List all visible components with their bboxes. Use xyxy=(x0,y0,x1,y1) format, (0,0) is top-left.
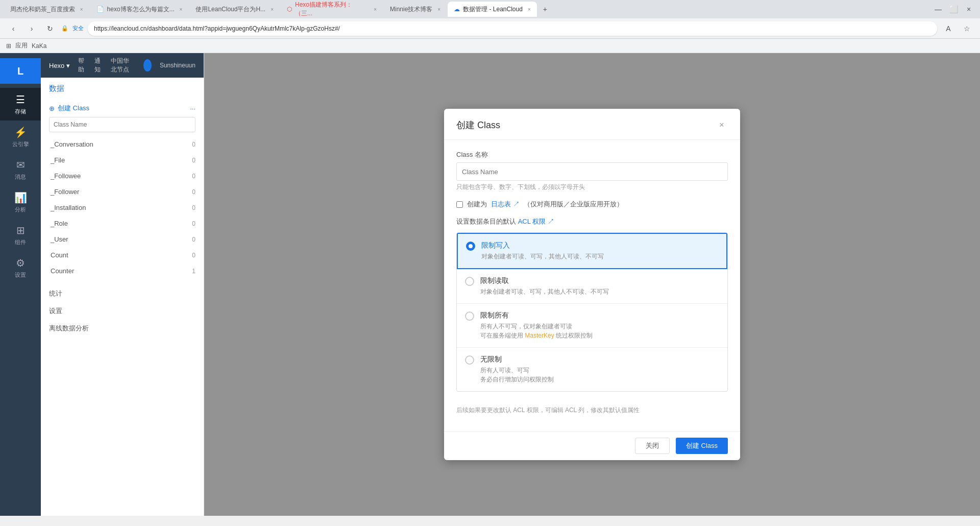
forward-button[interactable]: › xyxy=(24,21,39,36)
acl-option-content-2: 限制读取 对象创建者可读、可写，其他人不可读、不可写 xyxy=(480,276,719,296)
class-item-_user[interactable]: _User0 xyxy=(41,231,204,247)
acl-link[interactable]: ACL 权限 ↗ xyxy=(518,218,554,225)
modal-overlay: 创建 Class × Class 名称 只能包含字母、数字、下划线，必须以字母开… xyxy=(204,53,980,516)
sidebar-item-analytics[interactable]: 📊 分析 xyxy=(0,186,41,219)
settings-label: 设置 xyxy=(15,271,26,279)
translate-button[interactable]: A xyxy=(941,21,955,36)
class-name-hint: 只能包含字母、数字、下划线，必须以字母开头 xyxy=(456,183,728,192)
acl-radio-restrict-all xyxy=(465,312,474,321)
tab-4-close[interactable]: × xyxy=(374,7,377,12)
acl-radio-unrestricted xyxy=(465,355,474,365)
acl-option-restrict-all[interactable]: 限制所有 所有人不可写，仅对象创建者可读 可在服务端使用 MasterKey 统… xyxy=(457,304,727,348)
masterkey-link[interactable]: MasterKey xyxy=(525,332,554,339)
log-table-row: 创建为 日志表 ↗ （仅对商用版／企业版应用开放） xyxy=(456,200,728,209)
apps-label: 应用 xyxy=(15,41,28,50)
sidebar-item-engine[interactable]: ⚡ 云引擎 xyxy=(0,121,41,153)
create-class-button[interactable]: ⊕ 创建 Class ··· xyxy=(49,104,195,113)
class-item-_file[interactable]: _File0 xyxy=(41,152,204,168)
class-name-input[interactable] xyxy=(456,162,728,181)
acl-options: 限制写入 对象创建者可读、可写，其他人可读、不可写 限制读取 对象创建者可读、可… xyxy=(456,232,728,392)
tab-5-close[interactable]: × xyxy=(437,7,440,12)
tab-2-close[interactable]: × xyxy=(180,7,183,12)
acl-option-content-4: 无限制 所有人可读、可写 务必自行增加访问权限控制 xyxy=(480,355,719,384)
sidebar-item-storage[interactable]: ☰ 存储 xyxy=(0,88,41,121)
sidebar-stats[interactable]: 统计 xyxy=(41,285,204,302)
tab-3-close[interactable]: × xyxy=(271,7,274,12)
class-item-count[interactable]: Count0 xyxy=(41,247,204,263)
class-item-name: _Conversation xyxy=(51,140,93,148)
tab-2[interactable]: 📄 hexo博客怎么为每篇文... × xyxy=(90,2,189,17)
class-name-group: Class 名称 只能包含字母、数字、下划线，必须以字母开头 xyxy=(456,150,728,192)
maximize-button[interactable]: ⬜ xyxy=(946,2,961,16)
icon-sidebar: L ☰ 存储 ⚡ 云引擎 ✉ 消息 📊 分析 ⊞ 组件 ⚙ 设置 xyxy=(0,53,41,516)
help-link[interactable]: 帮助 xyxy=(78,57,86,74)
security-icon: 🔒 xyxy=(61,25,68,32)
tab-6[interactable]: ☁ 数据管理 - LeanCloud × xyxy=(448,2,537,17)
log-table-note: （仅对商用版／企业版应用开放） xyxy=(524,200,623,209)
sidebar-offline-analytics[interactable]: 离线数据分析 xyxy=(41,320,204,337)
tab-6-icon: ☁ xyxy=(454,6,460,13)
unrestricted-line1: 所有人可读、可写 xyxy=(480,367,529,374)
tab-3-label: 使用LeanCloud平台为H... xyxy=(195,5,265,14)
notifications-link[interactable]: 通知 xyxy=(94,57,103,74)
acl-radio-restrict-write xyxy=(466,242,475,251)
sidebar-header: 数据 xyxy=(41,78,204,100)
class-item-_installation[interactable]: _Installation0 xyxy=(41,200,204,216)
acl-option-desc-1: 对象创建者可读、可写，其他人可读、不可写 xyxy=(481,252,718,261)
region-selector[interactable]: 中国华北节点 xyxy=(111,57,135,74)
class-item-name: _Follower xyxy=(51,188,79,196)
acl-link-text: ACL 权限 xyxy=(518,218,546,225)
sidebar-item-components[interactable]: ⊞ 组件 xyxy=(0,219,41,251)
acl-option-title-2: 限制读取 xyxy=(480,276,719,285)
bookmark-item[interactable]: KaKa xyxy=(32,42,46,50)
tab-4[interactable]: ⬡ Hexo描建博客系列：（三... × xyxy=(281,2,383,17)
components-label: 组件 xyxy=(15,238,26,246)
hexo-dropdown[interactable]: Hexo ▾ xyxy=(49,62,70,69)
back-button[interactable]: ‹ xyxy=(6,21,20,36)
submit-button[interactable]: 创建 Class xyxy=(676,438,728,454)
browser-chrome: 周杰伦和奶茶_百度搜索 × 📄 hexo博客怎么为每篇文... × 使用Lean… xyxy=(0,0,980,53)
acl-radio-restrict-read xyxy=(465,277,474,286)
bookmarks-bar: ⊞ 应用 KaKa xyxy=(0,39,980,53)
sidebar-item-message[interactable]: ✉ 消息 xyxy=(0,153,41,186)
address-input[interactable] xyxy=(88,21,937,36)
tab-5[interactable]: Minnie技术博客 × xyxy=(384,2,447,17)
modal-title: 创建 Class xyxy=(456,119,500,131)
sidebar-item-settings[interactable]: ⚙ 设置 xyxy=(0,251,41,284)
class-item-_role[interactable]: _Role0 xyxy=(41,216,204,231)
log-table-link[interactable]: 日志表 ↗ xyxy=(491,200,520,209)
tab-3[interactable]: 使用LeanCloud平台为H... × xyxy=(189,2,280,17)
tab-5-label: Minnie技术博客 xyxy=(390,5,432,14)
new-tab-button[interactable]: + xyxy=(538,2,552,16)
create-class-label: 创建 Class xyxy=(58,104,89,113)
tab-1[interactable]: 周杰伦和奶茶_百度搜索 × xyxy=(4,2,89,17)
close-window-button[interactable]: × xyxy=(962,2,976,16)
acl-option-content-1: 限制写入 对象创建者可读、可写，其他人可读、不可写 xyxy=(481,241,718,261)
sidebar-bottom-section: 统计 设置 离线数据分析 xyxy=(41,285,204,337)
refresh-button[interactable]: ↻ xyxy=(43,21,57,36)
class-item-counter[interactable]: Counter1 xyxy=(41,263,204,279)
class-item-count: 0 xyxy=(192,220,195,227)
class-item-_follower[interactable]: _Follower0 xyxy=(41,184,204,200)
sidebar-settings[interactable]: 设置 xyxy=(41,302,204,320)
modal-close-button[interactable]: × xyxy=(716,119,728,131)
class-search-input[interactable] xyxy=(49,117,195,132)
log-table-checkbox[interactable] xyxy=(456,201,463,208)
acl-option-restrict-read[interactable]: 限制读取 对象创建者可读、可写，其他人不可读、不可写 xyxy=(457,269,727,304)
bookmark-button[interactable]: ☆ xyxy=(960,21,974,36)
minimize-button[interactable]: — xyxy=(931,2,945,16)
class-item-count: 0 xyxy=(192,173,195,180)
acl-option-unrestricted[interactable]: 无限制 所有人可读、可写 务必自行增加访问权限控制 xyxy=(457,348,727,391)
tab-6-close[interactable]: × xyxy=(528,7,531,12)
acl-option-restrict-write[interactable]: 限制写入 对象创建者可读、可写，其他人可读、不可写 xyxy=(457,233,727,269)
class-item-_followee[interactable]: _Followee0 xyxy=(41,168,204,184)
class-item-name: Counter xyxy=(51,267,74,275)
more-icon[interactable]: ··· xyxy=(190,105,195,112)
tab-1-close[interactable]: × xyxy=(80,7,83,12)
class-item-_conversation[interactable]: _Conversation0 xyxy=(41,136,204,152)
acl-footer-note: 后续如果要更改默认 ACL 权限，可编辑 ACL 列，修改其默认值属性 xyxy=(456,400,728,421)
restrict-all-line2: 可在服务端使用 xyxy=(480,332,523,339)
user-name[interactable]: Sunshineuun xyxy=(160,62,195,69)
tab-6-label: 数据管理 - LeanCloud xyxy=(463,5,523,14)
cancel-button[interactable]: 关闭 xyxy=(635,438,670,454)
